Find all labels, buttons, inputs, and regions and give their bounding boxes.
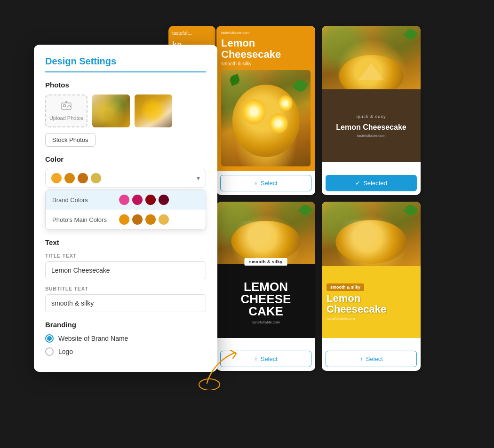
subtitle-text-input[interactable]	[45, 294, 206, 312]
partial-site-url: tastefult...	[168, 26, 215, 40]
photo-thumb-1[interactable]	[92, 94, 130, 127]
subtitle-text-label: SUBTITLE TEXT	[45, 286, 206, 291]
design-dark: smooth & silky LEMONCHEESECAKE tastefult…	[216, 202, 315, 338]
brown-title: Lemon Cheesecake	[336, 123, 406, 132]
leaf-3	[403, 27, 418, 41]
yellow-bottom: smooth & silky LemonCheesecake tastefult…	[322, 266, 421, 338]
brand-color-dots	[119, 195, 169, 205]
leaf-5	[403, 203, 418, 217]
card-brown-image: quick & easy Lemon Cheesecake tastefulta…	[322, 26, 421, 171]
arrow-svg	[198, 343, 254, 390]
svg-point-2	[199, 379, 220, 390]
color-option-photo[interactable]: Photo's Main Colors	[46, 210, 206, 229]
radio-website[interactable]	[45, 334, 54, 343]
photo-dot-4	[159, 214, 169, 225]
cake-highlight	[359, 63, 384, 80]
dark-url: tastefultable.com	[252, 320, 280, 324]
title-text-label: TITLE TEXT	[45, 253, 206, 259]
upload-box[interactable]: Upload Photos	[45, 94, 88, 127]
color-dots-main	[51, 173, 101, 183]
dark-cake-highlight	[231, 221, 301, 261]
select-plus-icon: +	[254, 180, 258, 187]
color-dot-4	[91, 173, 101, 183]
cards-area: tastefultable.com LemonCheesecake smooth…	[216, 26, 421, 371]
leaf-1	[292, 78, 308, 94]
lemon-slice-1	[242, 99, 266, 125]
arrow-annotation	[198, 343, 254, 392]
card-orange-photo	[221, 70, 311, 166]
card-brown-btn-label: Selected	[363, 180, 387, 187]
card-brown-photo	[322, 26, 421, 89]
upload-label: Upload Photos	[49, 115, 83, 121]
branding-section-label: Branding	[45, 321, 206, 329]
card-dark-photo	[216, 202, 315, 264]
title-text-input[interactable]	[45, 261, 206, 279]
brown-cake	[339, 55, 404, 89]
card-dark-btn-label: Select	[261, 355, 278, 362]
design-orange: tastefultable.com LemonCheesecake smooth…	[216, 26, 315, 171]
panel-title: Design Settings	[45, 56, 206, 72]
branding-logo-label: Logo	[58, 348, 73, 355]
card-yellow-btn-label: Select	[366, 355, 383, 362]
yellow-badge-tag: smooth & silky	[327, 283, 364, 291]
design-brown: quick & easy Lemon Cheesecake tastefulta…	[322, 26, 421, 162]
card-orange-subtitle: smooth & silky	[221, 61, 311, 66]
check-icon: ✓	[355, 180, 360, 187]
brand-dot-4	[159, 195, 169, 205]
brown-line	[344, 121, 398, 121]
color-options-dropdown: Brand Colors Photo's Main Colors	[45, 189, 206, 230]
branding-option-website[interactable]: Website of Brand Name	[45, 334, 206, 343]
brand-dot-3	[145, 195, 156, 205]
photo-dot-1	[119, 214, 129, 225]
design-yellow: smooth & silky LemonCheesecake tastefult…	[322, 202, 421, 338]
radio-website-fill	[47, 336, 52, 341]
lemon-slice-2	[269, 113, 288, 134]
yellow-cake-highlight	[335, 220, 406, 264]
cake-circle-1	[232, 85, 300, 157]
stock-photos-button[interactable]: Stock Photos	[45, 133, 96, 147]
dark-title: LEMONCHEESECAKE	[241, 281, 291, 317]
leaf-4	[298, 203, 312, 217]
dark-badge: smooth & silky	[244, 258, 287, 266]
photo-thumb-2[interactable]	[135, 94, 172, 127]
card-orange-url: tastefultable.com	[221, 31, 311, 35]
photo-color-dots	[119, 214, 169, 225]
card-yellow: smooth & silky LemonCheesecake tastefult…	[322, 202, 421, 371]
radio-logo[interactable]	[45, 347, 54, 356]
photo-dot-2	[132, 214, 143, 225]
dark-bottom: smooth & silky LEMONCHEESECAKE tastefult…	[216, 264, 315, 338]
yellow-title: LemonCheesecake	[327, 293, 416, 314]
dark-cake	[231, 221, 301, 261]
select-plus-icon-3: +	[254, 355, 258, 362]
color-dropdown[interactable]: ▾	[45, 169, 206, 188]
color-option-brand[interactable]: Brand Colors	[46, 190, 206, 210]
brown-bottom: quick & easy Lemon Cheesecake tastefulta…	[322, 89, 421, 162]
yellow-url: tastefultable.com	[327, 316, 416, 321]
svg-point-1	[64, 105, 66, 107]
card-orange-btn-label: Select	[261, 180, 278, 187]
yellow-cake	[335, 220, 406, 264]
brand-dot-2	[132, 195, 143, 205]
photos-section-label: Photos	[45, 81, 206, 89]
card-brown: quick & easy Lemon Cheesecake tastefulta…	[322, 26, 421, 195]
color-dot-3	[78, 173, 88, 183]
photo-colors-label: Photo's Main Colors	[52, 216, 113, 223]
card-orange-title: LemonCheesecake	[221, 38, 311, 60]
text-section-label: Text	[45, 238, 206, 246]
card-brown-select-btn[interactable]: ✓ Selected	[326, 175, 417, 191]
card-yellow-image: smooth & silky LemonCheesecake tastefult…	[322, 202, 421, 347]
card-orange-image: tastefultable.com LemonCheesecake smooth…	[216, 26, 315, 171]
branding-website-label: Website of Brand Name	[58, 335, 128, 342]
photo-dot-3	[145, 214, 156, 225]
card-yellow-select-btn[interactable]: + Select	[326, 351, 417, 367]
color-dot-1	[51, 173, 62, 183]
brand-colors-label: Brand Colors	[52, 196, 113, 204]
card-orange: tastefultable.com LemonCheesecake smooth…	[216, 26, 315, 195]
lemon-slice-3	[278, 95, 293, 111]
brown-tagline: quick & easy	[356, 114, 386, 119]
chevron-down-icon: ▾	[197, 174, 200, 182]
branding-option-logo[interactable]: Logo	[45, 347, 206, 356]
color-dot-2	[64, 173, 75, 183]
card-orange-select-btn[interactable]: + Select	[220, 175, 311, 191]
brand-dot-1	[119, 195, 129, 205]
